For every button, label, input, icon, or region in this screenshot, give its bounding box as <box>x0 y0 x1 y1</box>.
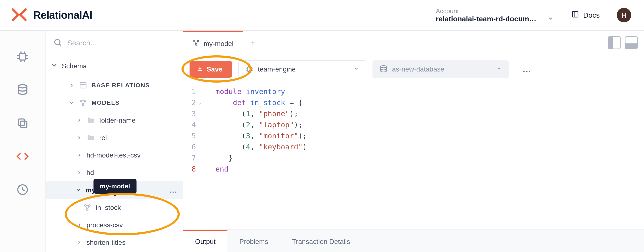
chevron-down-icon <box>353 65 359 73</box>
brand-mark-icon <box>8 7 30 23</box>
svg-point-27 <box>88 205 90 207</box>
tree-group-models[interactable]: MODELS <box>58 94 183 112</box>
chevron-down-icon <box>51 61 58 70</box>
chevron-right-icon <box>76 118 82 123</box>
bottom-panel-tabs: Output Problems Transaction Details <box>183 230 644 252</box>
brand-logo[interactable]: RelationalAI <box>8 7 92 23</box>
rail-item-history[interactable] <box>16 183 30 197</box>
database-select[interactable]: as-new-database <box>372 60 509 78</box>
account-label: Account <box>436 7 554 15</box>
user-avatar[interactable]: H <box>617 8 631 22</box>
punct: , <box>250 143 259 151</box>
str: "phone" <box>259 109 290 118</box>
punct: ); <box>294 120 302 129</box>
str: "laptop" <box>259 120 294 129</box>
nav-rail <box>0 31 46 252</box>
chevron-down-icon <box>76 188 81 193</box>
search-input[interactable] <box>67 39 175 47</box>
svg-point-33 <box>197 40 199 42</box>
punct: } <box>228 154 233 162</box>
bottom-tab-label: Transaction Details <box>292 238 350 246</box>
engine-value: team-engine <box>258 65 296 73</box>
tree-item-label: in_stock <box>96 204 121 212</box>
punct: ( <box>242 120 246 129</box>
editor-tab-my-model[interactable]: my-model <box>183 31 243 55</box>
punct: ( <box>242 143 246 151</box>
tree-item-in-stock[interactable]: in_stock <box>58 199 183 216</box>
brand-wordmark: RelationalAI <box>33 9 92 21</box>
engine-select[interactable]: team-engine <box>238 60 366 78</box>
code-editor[interactable]: 1 module inventory 2⌄ def in_stock = { 3… <box>183 83 644 230</box>
account-selector[interactable]: Account relationalai-team-rd-docum… <box>436 7 554 23</box>
schema-header[interactable]: Schema <box>46 55 183 77</box>
svg-rect-13 <box>18 119 25 125</box>
chevron-right-icon <box>76 223 82 228</box>
svg-point-26 <box>84 205 86 207</box>
tree-group-base-relations[interactable]: BASE RELATIONS <box>58 77 183 94</box>
toggle-bottom-panel-button[interactable] <box>625 36 638 49</box>
schema-header-label: Schema <box>62 62 87 70</box>
punct: ) <box>302 143 307 151</box>
kw-module: module <box>215 87 246 96</box>
bottom-tab-transaction-details[interactable]: Transaction Details <box>280 230 362 252</box>
tree-item-shorten-titles[interactable]: shorten-titles <box>58 234 183 251</box>
folder-icon <box>86 134 95 142</box>
bottom-tab-label: Output <box>195 238 216 246</box>
str: "monitor" <box>259 132 298 140</box>
folder-icon <box>86 116 95 124</box>
bottom-tab-problems[interactable]: Problems <box>228 230 280 252</box>
tab-label: my-model <box>204 40 234 48</box>
kw-def: def <box>233 98 250 107</box>
tree-item-label: folder-name <box>99 116 136 124</box>
svg-line-30 <box>88 206 89 209</box>
tree-item-label: rel <box>99 134 107 142</box>
tree-item-rel[interactable]: rel <box>58 129 183 146</box>
tree-item-folder-name[interactable]: folder-name <box>58 112 183 129</box>
toolbar-more-icon[interactable]: … <box>522 65 532 74</box>
num: 1 <box>246 109 250 118</box>
top-bar: RelationalAI Account relationalai-team-r… <box>0 0 644 31</box>
svg-rect-39 <box>247 67 252 71</box>
tree-tooltip: my-model <box>94 179 136 194</box>
chevron-right-icon <box>76 240 82 245</box>
svg-rect-2 <box>20 54 26 60</box>
rail-item-code[interactable] <box>16 149 30 163</box>
table-icon <box>79 81 87 89</box>
svg-point-32 <box>194 40 195 42</box>
docs-link[interactable]: Docs <box>571 10 600 20</box>
punct: , <box>250 132 259 140</box>
model-icon <box>192 39 200 48</box>
save-button[interactable]: Save <box>190 61 232 78</box>
ident-in-stock: in_stock <box>250 98 285 107</box>
fold-icon[interactable]: ⌄ <box>198 97 202 108</box>
svg-line-36 <box>196 41 198 44</box>
tree-item-label: process-csv <box>86 221 123 229</box>
svg-line-29 <box>86 206 87 209</box>
punct: ); <box>290 109 298 118</box>
rail-item-database[interactable] <box>16 83 30 97</box>
schema-search[interactable] <box>46 31 183 55</box>
chevron-down-icon <box>496 65 502 73</box>
download-icon <box>197 65 203 73</box>
rail-item-cpu[interactable] <box>16 50 30 64</box>
tree-item-process-csv[interactable]: process-csv <box>58 216 183 234</box>
svg-line-35 <box>195 41 196 44</box>
chevron-right-icon <box>76 153 82 158</box>
punct: = { <box>285 98 302 107</box>
str: "keyboard" <box>259 143 302 151</box>
schema-panel: Schema BASE RELATIONS MODELS <box>46 31 183 252</box>
tree-item-label: shorten-titles <box>86 239 126 247</box>
svg-rect-17 <box>80 83 86 88</box>
tree-item-hd-model-test-csv[interactable]: hd-model-test-csv <box>58 146 183 164</box>
toggle-side-panel-button[interactable] <box>608 36 620 49</box>
plus-icon: + <box>250 38 255 48</box>
docs-label: Docs <box>583 11 600 19</box>
row-more-icon[interactable]: … <box>170 187 178 194</box>
editor-toolbar: Save team-engine as-new-database <box>183 55 644 83</box>
svg-rect-0 <box>572 11 578 17</box>
svg-line-16 <box>59 44 61 46</box>
rail-item-copies[interactable] <box>16 116 30 130</box>
new-tab-button[interactable]: + <box>243 31 262 55</box>
group-label: BASE RELATIONS <box>92 82 150 89</box>
bottom-tab-output[interactable]: Output <box>183 230 228 252</box>
